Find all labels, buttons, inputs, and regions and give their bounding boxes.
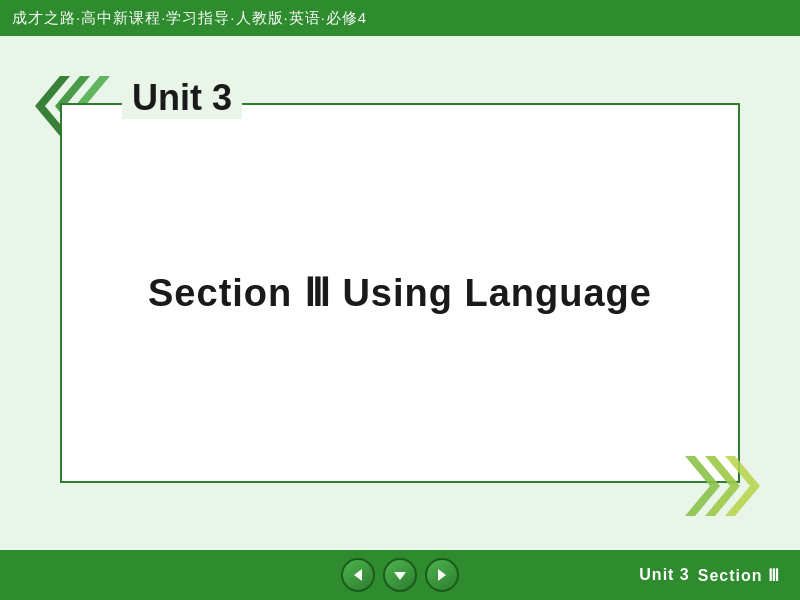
header-bar: 成才之路·高中新课程·学习指导·人教版·英语·必修4: [0, 0, 800, 36]
nav-buttons: [160, 558, 639, 592]
chevron-deco-right: [675, 451, 785, 525]
section-title: Section Ⅲ Using Language: [148, 271, 652, 315]
prev-arrow-icon: [350, 567, 366, 583]
prev-button[interactable]: [341, 558, 375, 592]
bottom-bar: Unit 3 Section Ⅲ: [0, 550, 800, 600]
svg-marker-8: [438, 569, 446, 581]
bottom-labels: Unit 3 Section Ⅲ: [639, 566, 780, 585]
svg-marker-7: [394, 572, 406, 580]
next-arrow-icon: [434, 567, 450, 583]
next-button[interactable]: [425, 558, 459, 592]
main-area: Unit 3 Section Ⅲ Using Language: [0, 36, 800, 550]
svg-marker-6: [354, 569, 362, 581]
down-arrow-icon: [392, 567, 408, 583]
bottom-section-label: Section Ⅲ: [698, 566, 780, 585]
header-title: 成才之路·高中新课程·学习指导·人教版·英语·必修4: [12, 9, 367, 28]
content-box: Unit 3 Section Ⅲ Using Language: [60, 103, 740, 483]
down-button[interactable]: [383, 558, 417, 592]
unit-label: Unit 3: [122, 77, 242, 119]
bottom-unit-label: Unit 3: [639, 566, 689, 584]
